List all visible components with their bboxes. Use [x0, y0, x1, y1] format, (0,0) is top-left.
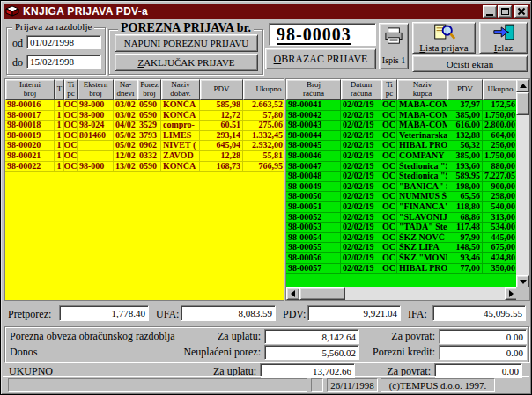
- table-row[interactable]: 98-0004202/02/19OCMABA-COM385,001.750,00: [286, 111, 518, 121]
- obrazac-prijave-button[interactable]: OBRAZAC PRIJAVE: [265, 48, 376, 69]
- table-cell: "TADA" Šte: [397, 223, 447, 233]
- table-cell: "SLAVONIJ: [397, 213, 447, 223]
- column-header: Naziv dobav.: [161, 79, 200, 100]
- table-row[interactable]: 98-000171OC98-00003/020590KONČA12,7257,8…: [5, 111, 284, 121]
- za-uplatu-field-1[interactable]: 8,142.64: [264, 329, 359, 344]
- ispis-button[interactable]: Ispis 1: [379, 23, 409, 69]
- table-cell: 02/02/19: [341, 213, 381, 223]
- porezna-obveza-label: Porezna obveza obračunskog razdoblja: [10, 330, 175, 343]
- table-cell: OC: [64, 111, 78, 121]
- napuni-poreznu-prijavu-button[interactable]: NAPUNI POREZNU PRIJAVU: [115, 34, 258, 52]
- column-header: Ukupno: [243, 79, 284, 100]
- horizontal-scrollbar[interactable]: [286, 287, 518, 300]
- table-cell: OC: [381, 243, 397, 253]
- table-row[interactable]: 98-0005002/02/19OCNUMMUS Š65,56298,00: [286, 192, 518, 202]
- title-bar[interactable]: KNJIGA PRIJAVA PDV-a: [4, 4, 530, 19]
- maximize-button[interactable]: [498, 5, 512, 18]
- table-cell: Štedionica "Š: [397, 172, 447, 182]
- zakljucak-prijave-button[interactable]: ZAKLJUČAK PRIJAVE: [115, 54, 258, 71]
- za-povrat-field-1[interactable]: 0.00: [439, 329, 527, 344]
- table-row[interactable]: 98-0004102/02/19OCMABA-COM37,97172,56: [286, 100, 518, 111]
- porezni-kredit-field[interactable]: 0.00: [439, 345, 527, 360]
- purchases-table-body[interactable]: 98-000161OC98-00003/020590KONČA585,982.6…: [5, 100, 284, 301]
- to-date-input[interactable]: 15/02/1998: [26, 55, 101, 69]
- table-cell: ŠKZ "MONE: [397, 253, 447, 264]
- table-row[interactable]: 98-0005402/02/19OCŠKZ NOVČ97,90445,00: [286, 233, 518, 244]
- table-row[interactable]: 98-0004302/02/19OCMABA-COM616,002.800,00: [286, 121, 518, 131]
- minimize-button[interactable]: [483, 5, 497, 18]
- table-cell: Štedionica "Š: [397, 162, 447, 172]
- table-cell: 118,80: [447, 202, 483, 213]
- table-cell: OC: [64, 131, 78, 142]
- scroll-left-button[interactable]: [286, 287, 299, 300]
- table-cell: OC: [64, 100, 78, 111]
- close-button[interactable]: [514, 5, 528, 18]
- table-row[interactable]: 98-0004902/02/19OC"BANICA" Š198,00900,00: [286, 182, 518, 193]
- table-row[interactable]: 98-0005302/02/19OC"TADA" Šte117,48534,00: [286, 223, 518, 233]
- ocisti-button-label: Očisti ekran: [447, 59, 493, 69]
- table-cell: 0590: [137, 100, 161, 111]
- ocisti-ekran-button[interactable]: Očisti ekran: [412, 55, 528, 72]
- table-row[interactable]: 98-0004402/02/19OCVeterinarska132,88604,…: [286, 131, 518, 142]
- table-row[interactable]: 98-0004502/02/19OCHIBAL PRO56,32256,00: [286, 141, 518, 151]
- table-cell: 168,73: [200, 162, 243, 172]
- table-row[interactable]: 98-000181OC98-02404/023529compro-60,5127…: [5, 121, 284, 131]
- ifa-field[interactable]: 45,095.55: [432, 305, 526, 321]
- pretporez-field[interactable]: 1,778.40: [59, 305, 149, 321]
- table-cell: 02/02/19: [341, 243, 381, 253]
- table-cell: 98-00047: [286, 162, 341, 172]
- table-cell: 313,00: [483, 213, 518, 223]
- table-row[interactable]: 98-0005202/02/19OC"SLAVONIJ68,86313,00: [286, 213, 518, 223]
- horizontal-scroll-thumb[interactable]: [299, 287, 345, 300]
- table-cell: 12,28: [200, 151, 243, 162]
- column-header: Interni broj: [5, 79, 55, 100]
- table-row[interactable]: 98-000161OC98-00003/020590KONČA585,982.6…: [5, 100, 284, 111]
- table-row[interactable]: 98-0005702/02/19OCHIBAL PRO77,00350,00: [286, 264, 518, 274]
- neuplaceni-porez-field[interactable]: 5,560.02: [264, 345, 359, 360]
- table-cell: 60,51: [200, 121, 243, 131]
- table-cell: 3529: [137, 121, 161, 131]
- table-cell: 12/02: [114, 151, 137, 162]
- table-row[interactable]: 98-0004702/02/19OCŠtedionica "Š193,60880…: [286, 162, 518, 172]
- table-cell: 05/02: [114, 131, 137, 142]
- table-cell: 98-00019: [5, 131, 55, 142]
- table-cell: 98-024: [78, 121, 114, 131]
- invoices-table-header: Broj računaDatum računaTi pcNaziv kupcaP…: [286, 79, 529, 100]
- table-row[interactable]: 98-0005502/02/19OCŠKZ LIPA148,50675,00: [286, 243, 518, 253]
- prijava-number-field[interactable]: 98-00003: [269, 23, 376, 46]
- table-row[interactable]: 98-000211OC12/020332ZAVOD12,2855,81: [5, 151, 284, 162]
- izlaz-button[interactable]: Izlaz: [479, 22, 528, 54]
- neuplaceni-porez-label: Neuplaćeni porez:: [164, 346, 261, 359]
- table-cell: 98-00057: [286, 264, 341, 274]
- table-cell: 98-00016: [5, 100, 55, 111]
- from-date-input[interactable]: 01/02/1998: [26, 35, 101, 49]
- table-cell: 616,00: [447, 121, 483, 131]
- table-row[interactable]: 98-0004802/02/19OCŠtedionica "Š589,957.2…: [286, 172, 518, 182]
- table-cell: 98-00048: [286, 172, 341, 182]
- table-cell: 424,80: [483, 253, 518, 264]
- vertical-scrollbar[interactable]: [516, 79, 529, 289]
- horizontal-scroll-track[interactable]: [345, 287, 505, 300]
- table-cell: 02/02/19: [341, 253, 381, 264]
- table-cell: 1: [55, 131, 64, 142]
- invoices-table[interactable]: Broj računaDatum računaTi pcNaziv kupcaP…: [285, 78, 530, 301]
- printer-icon: [384, 27, 403, 45]
- invoices-table-body[interactable]: 98-0004102/02/19OCMABA-COM37,97172,5698-…: [286, 100, 518, 289]
- ispis-button-label: Ispis 1: [382, 55, 405, 65]
- table-row[interactable]: 98-0005102/02/19OC"FINANCA"118,80540,00: [286, 202, 518, 213]
- lista-prijava-button[interactable]: Lista prijava: [412, 22, 476, 54]
- pdv-field[interactable]: 9,921.04: [307, 305, 401, 321]
- column-header: Datum računa: [341, 79, 381, 100]
- vertical-scroll-track[interactable]: [516, 115, 529, 275]
- vertical-scroll-thumb[interactable]: [516, 92, 529, 115]
- scroll-up-button[interactable]: [516, 79, 529, 92]
- table-row[interactable]: 98-000191OC80146005/023793LIMES293,141.3…: [5, 131, 284, 142]
- table-row[interactable]: 98-000221OC98-00013/020590KONČA168,73766…: [5, 162, 284, 172]
- table-row[interactable]: 98-0004602/02/19OCCOMPANY385,001.750,00: [286, 151, 518, 162]
- ufa-field[interactable]: 8,083.59: [181, 305, 276, 321]
- table-cell: 98-00021: [5, 151, 55, 162]
- izlaz-button-label: Izlaz: [494, 42, 513, 53]
- table-row[interactable]: 98-000201OC05/020962NIVET (645,042.932,0…: [5, 141, 284, 151]
- purchases-table[interactable]: Interni brojTTi pcEkstern brojNa- dneviP…: [4, 78, 284, 301]
- table-row[interactable]: 98-0005602/02/19OCŠKZ "MONE93,46424,80: [286, 253, 518, 264]
